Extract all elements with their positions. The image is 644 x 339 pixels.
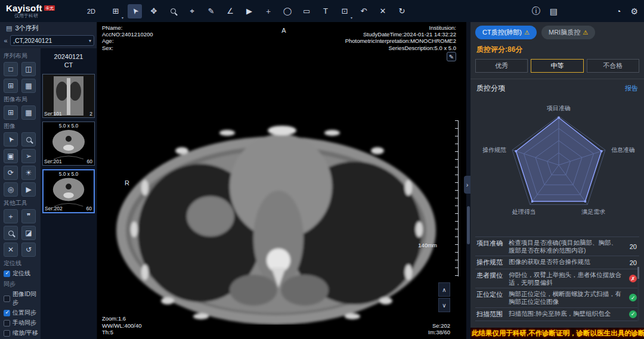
criterion-name: 正位定位: [475, 288, 506, 307]
series-description-label: SeriesDescription:5.0 x 5.0: [345, 45, 456, 51]
play-cursor-tool[interactable]: ▶: [242, 4, 256, 18]
scrollbar-thumb[interactable]: [637, 267, 639, 279]
pname-label: PName:: [102, 24, 153, 31]
table-row: 操作规范 图像的获取是否符合操作规范 20: [475, 256, 639, 269]
magnifier-icon: [26, 137, 32, 142]
toolbar-right: ⓘ ▤ ◔ ⚙: [532, 6, 638, 17]
layout-1x2-button[interactable]: ◫: [21, 62, 36, 76]
layout-grid-tool[interactable]: ⊞ ▾: [109, 4, 123, 18]
qc-score: 质控评分:86分: [476, 45, 638, 55]
report-link[interactable]: 报告: [625, 84, 638, 93]
panel-expand-handle[interactable]: ›: [464, 176, 470, 194]
pan-icon: ✥: [151, 7, 157, 15]
sync-option-zoom-pan[interactable]: 缩放/平移: [4, 329, 41, 337]
table-scrollbar[interactable]: [637, 267, 639, 321]
thumb-count-label: 60: [86, 206, 92, 212]
localizer-label: 定位线: [13, 269, 30, 278]
scrollbar-thumb[interactable]: [467, 206, 470, 244]
image-zoom-button[interactable]: [21, 132, 36, 147]
grid-3x3-icon: ▦: [25, 108, 32, 117]
series-select[interactable]: ,CT,20240121 ▾: [10, 35, 94, 46]
tab-label: MRI脑质控: [549, 28, 580, 37]
criterion-desc: 仰卧位，双臂上举抱头，患者体位摆放合适，无明显偏斜: [506, 269, 624, 288]
series-thumbnail-201[interactable]: 5.0 x 5.0 Ser:201 60: [42, 122, 95, 166]
sync-label: 位置同步: [13, 309, 36, 317]
zoom-tool[interactable]: [166, 4, 180, 18]
settings-button[interactable]: ⚙: [630, 7, 638, 16]
brand-name: Kayisoft: [6, 4, 42, 13]
info-button[interactable]: ⓘ: [532, 6, 540, 17]
tab-mri-brain-qc[interactable]: MRI脑质控 ⚠: [541, 26, 595, 39]
section-label-series-layout: 序列布局: [4, 52, 41, 60]
grade-fail-button[interactable]: 不合格: [587, 59, 639, 73]
text-grid-tool[interactable]: ⊡ ▾: [338, 4, 352, 18]
slice-down-button[interactable]: ∨: [438, 298, 450, 312]
qc-score-label: 质控评分:: [476, 45, 507, 54]
layout-2x2-button[interactable]: ⊞: [4, 79, 18, 93]
layout-1x1-button[interactable]: □: [4, 62, 18, 76]
study-date: 20240121: [41, 53, 97, 61]
image-rotate3d-button[interactable]: ⟳: [4, 166, 18, 180]
grade-medium-button[interactable]: 中等: [531, 59, 583, 73]
ellipse-tool[interactable]: ◯: [280, 4, 295, 18]
image-layout-3x3-button[interactable]: ▦: [21, 105, 36, 120]
other-delete-button[interactable]: ✕: [4, 242, 18, 257]
section-label-image-layout: 图像布局: [4, 95, 41, 104]
study-overlay: Institusion: StudyDateTime:2024-01-21 14…: [345, 24, 456, 51]
image-cursor-button[interactable]: ➤: [4, 132, 18, 147]
report-icon: ▤: [550, 7, 558, 16]
image-copy-button[interactable]: ▣: [4, 149, 18, 163]
rotate-tool[interactable]: ↻: [395, 4, 409, 18]
sync-option-image-id[interactable]: 图像ID同步: [4, 290, 41, 307]
tab-label: CT质控(肺部): [482, 28, 522, 37]
report-button[interactable]: ▤: [550, 7, 558, 16]
add-tool[interactable]: ＋: [261, 4, 275, 18]
close-tool[interactable]: ✕: [376, 4, 390, 18]
other-search-button[interactable]: [4, 226, 18, 240]
copy-icon: ▣: [7, 152, 14, 160]
pan-tool[interactable]: ✥: [147, 4, 161, 18]
sync-option-position[interactable]: 位置同步: [4, 309, 41, 317]
other-reset-button[interactable]: ↺: [21, 242, 36, 257]
search-icon: [8, 231, 14, 236]
series-thumbnail-202[interactable]: 5.0 x 5.0 Ser:202 60: [42, 169, 95, 213]
image-layout-2x2-button[interactable]: ⊞: [4, 105, 18, 120]
image-brightness-button[interactable]: ☀: [21, 166, 36, 180]
rect-tool[interactable]: ▭: [299, 4, 314, 18]
chevron-down-icon: ▾: [351, 15, 352, 20]
measurement-ruler: [454, 120, 459, 276]
cursor-tool[interactable]: ➤: [128, 4, 142, 18]
sync-option-manual[interactable]: 手动同步: [4, 319, 41, 327]
other-add-button[interactable]: ＋: [4, 209, 18, 223]
tab-ct-lung-qc[interactable]: CT质控(肺部) ⚠: [475, 26, 537, 39]
grade-excellent-button[interactable]: 优秀: [475, 59, 528, 73]
crosshair-tool[interactable]: ⌖: [185, 4, 199, 18]
pencil-tool[interactable]: ✎: [204, 4, 218, 18]
section-label-localizer: 定位线: [4, 259, 41, 268]
annotation-edit-button[interactable]: ✎: [447, 52, 456, 61]
other-comment-button[interactable]: ❞: [21, 209, 36, 223]
ct-image[interactable]: [110, 116, 444, 325]
undo-tool[interactable]: ↶: [357, 4, 371, 18]
series-thumbnail-101[interactable]: Ser:101 2: [42, 74, 95, 118]
text-tool[interactable]: T: [318, 4, 333, 18]
layout-3x3-button[interactable]: ▦: [21, 79, 36, 93]
image-play-button[interactable]: ▶: [21, 182, 36, 197]
tool-sidebar: 序列布局 □ ◫ ⊞ ▦ 图像布局 ⊞ ▦ 图像 ➤: [0, 48, 41, 339]
criterion-desc: 扫描范围:肺尖至肺底，胸壁组织包全: [506, 308, 624, 321]
history-button[interactable]: ◔: [616, 7, 621, 16]
other-eraser-button[interactable]: ◪: [21, 226, 36, 240]
localizer-toggle[interactable]: 定位线: [4, 269, 41, 278]
table-row: 正位定位 胸部正位定位，横断面螺旋方式扫描，有胸部正位定位图像 ✓: [475, 288, 639, 307]
image-send-button[interactable]: ➢: [21, 149, 36, 163]
history-icon: ◔: [616, 7, 621, 16]
qc-panel: CT质控(肺部) ⚠ MRI脑质控 ⚠ 质控评分:86分 优秀 中等 不合格 质…: [470, 22, 644, 339]
thumb-series-label: Ser:101: [44, 111, 62, 117]
image-target-button[interactable]: ◎: [4, 182, 18, 197]
comment-icon: ❞: [27, 212, 30, 220]
measure-tool[interactable]: ∠: [223, 4, 237, 18]
checkbox-icon: [4, 310, 10, 316]
slice-up-button[interactable]: ∧: [438, 282, 450, 297]
collapse-left-panel-button[interactable]: «: [2, 37, 9, 44]
section-label-other-tools: 其他工具: [4, 199, 41, 207]
